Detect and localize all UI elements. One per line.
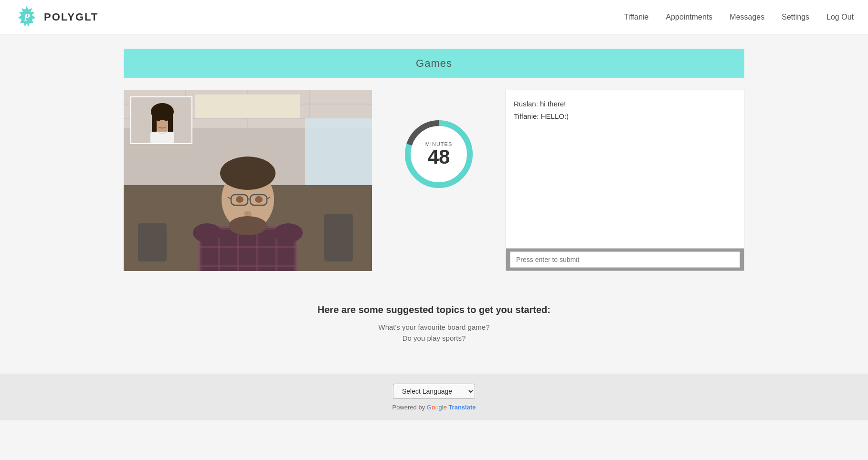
timer-value: 48 <box>428 147 450 167</box>
svg-point-41 <box>157 118 160 121</box>
session-row: MINUTES 48 Ruslan: hi there! Tiffanie: H… <box>124 90 744 271</box>
topics-heading: Here are some suggested topics to get yo… <box>124 304 744 315</box>
main-video <box>124 90 372 271</box>
video-area <box>124 90 372 271</box>
logo-wrap: P POLYGLT <box>14 5 624 30</box>
timer-display: MINUTES 48 <box>403 118 475 190</box>
chat-messages: Ruslan: hi there! Tiffanie: HELLO:) <box>506 90 744 248</box>
svg-rect-39 <box>168 112 173 133</box>
timer-circle: MINUTES 48 <box>403 118 475 190</box>
nav-tiffanie[interactable]: Tiffanie <box>624 13 649 21</box>
svg-rect-38 <box>152 112 157 133</box>
chat-message: Tiffanie: HELLO:) <box>514 110 736 123</box>
svg-point-29 <box>244 211 252 217</box>
topic-item: Do you play sports? <box>124 334 744 342</box>
language-select[interactable]: Select Language English Spanish French G… <box>393 384 475 399</box>
svg-point-28 <box>255 196 263 203</box>
google-logo: Google <box>427 404 449 411</box>
powered-by-text: Powered by <box>392 404 425 411</box>
nav-logout[interactable]: Log Out <box>826 13 854 21</box>
svg-text:P: P <box>23 12 30 22</box>
pip-video <box>130 96 192 144</box>
svg-point-30 <box>229 216 267 235</box>
svg-point-13 <box>220 157 275 190</box>
svg-point-32 <box>274 223 303 242</box>
nav: Tiffanie Appointments Messages Settings … <box>624 13 854 21</box>
footer: Select Language English Spanish French G… <box>0 374 868 420</box>
chat-input-wrap <box>506 248 744 271</box>
svg-point-31 <box>193 223 222 242</box>
topic-item: What's your favourite board game? <box>124 323 744 331</box>
main-content: Games <box>100 34 768 374</box>
svg-point-42 <box>164 118 168 121</box>
topics-section: Here are some suggested topics to get yo… <box>124 295 744 359</box>
nav-messages[interactable]: Messages <box>730 13 764 21</box>
svg-rect-33 <box>138 223 167 261</box>
logo-icon: P <box>14 5 39 30</box>
timer-wrap: MINUTES 48 <box>391 118 487 190</box>
svg-rect-34 <box>324 214 353 261</box>
nav-settings[interactable]: Settings <box>782 13 809 21</box>
logo-text: POLYGLT <box>44 11 98 23</box>
games-banner: Games <box>124 49 744 78</box>
pip-person-svg <box>131 97 192 144</box>
nav-appointments[interactable]: Appointments <box>666 13 712 21</box>
header: P POLYGLT Tiffanie Appointments Messages… <box>0 0 868 34</box>
chat-message: Ruslan: hi there! <box>514 98 736 110</box>
svg-point-27 <box>236 196 243 203</box>
language-select-wrap: Select Language English Spanish French G… <box>393 384 475 399</box>
powered-by: Powered by Google Translate <box>0 404 868 411</box>
chat-input[interactable] <box>510 251 740 268</box>
svg-rect-9 <box>195 94 300 118</box>
chat-panel: Ruslan: hi there! Tiffanie: HELLO:) <box>506 90 744 271</box>
translate-label: Translate <box>448 404 476 411</box>
